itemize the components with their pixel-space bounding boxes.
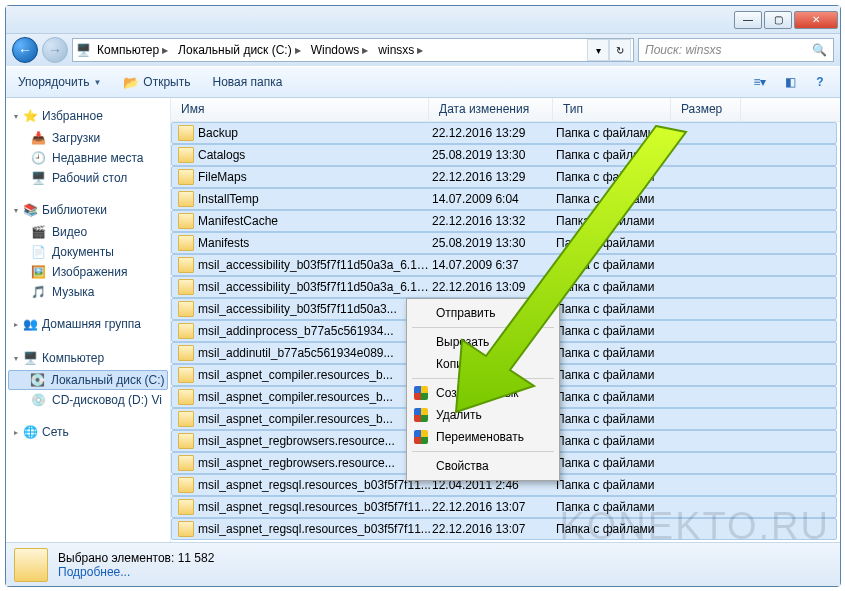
folder-icon [178,147,194,163]
organize-button[interactable]: Упорядочить▼ [14,73,105,91]
breadcrumb-label: Windows [311,43,360,57]
view-button[interactable]: ≡▾ [748,71,772,93]
sidebar-computer-head[interactable]: ▾🖥️Компьютер [8,346,168,370]
column-size[interactable]: Размер [671,98,741,121]
chevron-down-icon: ▾ [14,112,18,121]
row-date: 22.12.2016 13:09 [432,280,556,294]
folder-icon [178,455,194,471]
search-input[interactable]: Поиск: winsxs 🔍 [638,38,834,62]
table-row[interactable]: msil_aspnet_regsql.resources_b03f5f7f11.… [171,496,837,518]
row-name: msil_addinprocess_b77a5c561934... [198,324,432,338]
shield-icon [414,408,428,422]
forward-button[interactable]: → [42,37,68,63]
sidebar-item-documents[interactable]: 📄Документы [8,242,168,262]
column-type[interactable]: Тип [553,98,671,121]
label: Отправить [436,306,496,320]
new-folder-button[interactable]: Новая папка [208,73,286,91]
chevron-right-icon: ▶ [162,46,168,55]
label: Создать ярлык [436,386,519,400]
sidebar-homegroup-head[interactable]: ▸👥Домашняя группа [8,312,168,336]
row-type: Папка с файлами [556,368,674,382]
breadcrumb[interactable]: Локальный диск (C:)▶ [174,39,305,61]
ctx-delete[interactable]: Удалить [410,404,556,426]
table-row[interactable]: Manifests25.08.2019 13:30Папка с файлами [171,232,837,254]
table-row[interactable]: Catalogs25.08.2019 13:30Папка с файлами [171,144,837,166]
network-icon: 🌐 [22,424,38,440]
row-type: Папка с файлами [556,324,674,338]
list-icon: ≡▾ [753,75,766,89]
sidebar-item-cddrive[interactable]: 💿CD-дисковод (D:) Vi [8,390,168,410]
ctx-create-shortcut[interactable]: Создать ярлык [410,382,556,404]
label: Домашняя группа [42,317,141,331]
ctx-properties[interactable]: Свойства [410,455,556,477]
sidebar-item-video[interactable]: 🎬Видео [8,222,168,242]
table-row[interactable]: InstallTemp14.07.2009 6:04Папка с файлам… [171,188,837,210]
sidebar-libraries-head[interactable]: ▾📚Библиотеки [8,198,168,222]
row-date: 22.12.2016 13:07 [432,522,556,536]
back-button[interactable]: ← [12,37,38,63]
folder-icon [178,279,194,295]
sidebar-item-music[interactable]: 🎵Музыка [8,282,168,302]
sidebar-favorites-head[interactable]: ▾⭐Избранное [8,104,168,128]
row-name: msil_aspnet_compiler.resources_b... [198,368,432,382]
max-button[interactable]: ▢ [764,11,792,29]
chevron-right-icon: ▶ [539,308,546,318]
label: Документы [52,245,114,259]
ctx-send-to[interactable]: Отправить▶ [410,302,556,324]
ctx-cut[interactable]: Вырезать [410,331,556,353]
address-dropdown-button[interactable]: ▾ [587,39,609,61]
column-date[interactable]: Дата изменения [429,98,553,121]
chevron-down-icon: ▾ [596,45,601,56]
titlebar: — ▢ ✕ [6,6,840,34]
breadcrumb[interactable]: winsxs▶ [374,39,427,61]
ctx-copy[interactable]: Копировать [410,353,556,375]
close-icon: ✕ [812,14,820,25]
label: Упорядочить [18,75,89,89]
sidebar-item-pictures[interactable]: 🖼️Изображения [8,262,168,282]
table-row[interactable]: Backup22.12.2016 13:29Папка с файлами [171,122,837,144]
label: Тип [563,102,583,116]
row-type: Папка с файлами [556,280,674,294]
breadcrumb-label: Компьютер [97,43,159,57]
help-button[interactable]: ? [808,71,832,93]
sidebar-item-recent[interactable]: 🕘Недавние места [8,148,168,168]
address-bar[interactable]: 🖥️ Компьютер▶ Локальный диск (C:)▶ Windo… [72,38,634,62]
close-button[interactable]: ✕ [794,11,838,29]
status-details-link[interactable]: Подробнее... [58,565,214,579]
folder-icon [178,345,194,361]
preview-pane-button[interactable]: ◧ [778,71,802,93]
breadcrumb[interactable]: Windows▶ [307,39,373,61]
row-type: Папка с файлами [556,192,674,206]
chevron-right-icon: ▸ [14,428,18,437]
table-row[interactable]: msil_aspnet_regsql.resources_b03f5f7f11.… [171,518,837,540]
search-placeholder: Поиск: winsxs [645,43,721,57]
table-row[interactable]: msil_accessibility_b03f5f7f11d50a3a_6.1.… [171,276,837,298]
row-date: 22.12.2016 13:29 [432,126,556,140]
table-row[interactable]: ManifestCache22.12.2016 13:32Папка с фай… [171,210,837,232]
folder-icon [178,433,194,449]
row-date: 22.12.2016 13:32 [432,214,556,228]
ctx-rename[interactable]: Переименовать [410,426,556,448]
sidebar-network-head[interactable]: ▸🌐Сеть [8,420,168,444]
min-button[interactable]: — [734,11,762,29]
sidebar-item-downloads[interactable]: 📥Загрузки [8,128,168,148]
row-name: msil_accessibility_b03f5f7f11d50a3... [198,302,432,316]
toolbar: Упорядочить▼ 📂Открыть Новая папка ≡▾ ◧ ? [6,66,840,98]
column-name[interactable]: Имя [171,98,429,121]
shield-icon [414,386,428,400]
row-name: Catalogs [198,148,432,162]
folder-icon [178,257,194,273]
table-row[interactable]: FileMaps22.12.2016 13:29Папка с файлами [171,166,837,188]
sidebar-item-localdisk[interactable]: 💽Локальный диск (C:) [8,370,168,390]
sidebar-item-desktop[interactable]: 🖥️Рабочий стол [8,168,168,188]
label: Сеть [42,425,69,439]
refresh-button[interactable]: ↻ [609,39,631,61]
folder-icon [178,301,194,317]
breadcrumb[interactable]: Компьютер▶ [93,39,172,61]
row-type: Папка с файлами [556,346,674,360]
table-row[interactable]: msil_accessibility_b03f5f7f11d50a3a_6.1.… [171,254,837,276]
refresh-icon: ↻ [616,45,624,56]
label: Вырезать [436,335,489,349]
open-button[interactable]: 📂Открыть [119,73,194,92]
min-icon: — [743,14,753,25]
